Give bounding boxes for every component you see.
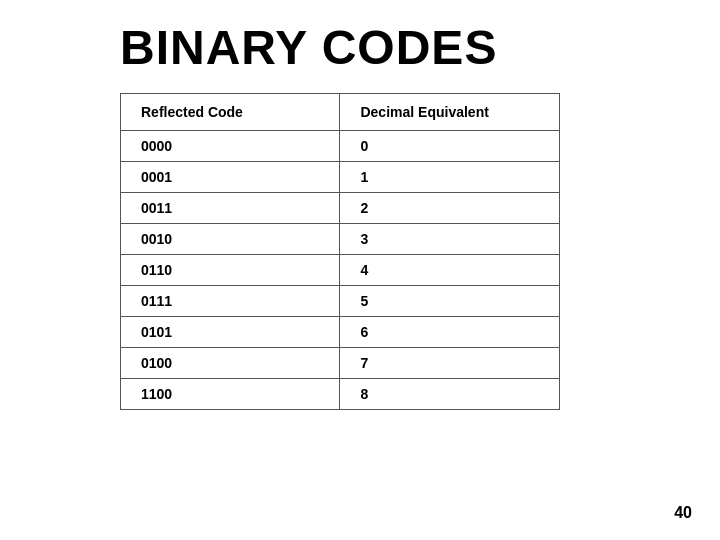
cell-code: 0000	[121, 131, 340, 162]
cell-decimal: 4	[340, 255, 560, 286]
cell-decimal: 5	[340, 286, 560, 317]
cell-code: 1100	[121, 379, 340, 410]
cell-code: 0001	[121, 162, 340, 193]
table-row: 11008	[121, 379, 560, 410]
table-row: 01016	[121, 317, 560, 348]
table-row: 00103	[121, 224, 560, 255]
cell-code: 0111	[121, 286, 340, 317]
cell-code: 0110	[121, 255, 340, 286]
cell-decimal: 6	[340, 317, 560, 348]
table-row: 00011	[121, 162, 560, 193]
table-header-row: Reflected Code Decimal Equivalent	[121, 94, 560, 131]
page-number: 40	[674, 504, 692, 522]
page-container: BINARY CODES Reflected Code Decimal Equi…	[0, 0, 720, 540]
binary-codes-table: Reflected Code Decimal Equivalent 000000…	[120, 93, 560, 410]
table-row: 00000	[121, 131, 560, 162]
table-row: 01115	[121, 286, 560, 317]
header-decimal-equivalent: Decimal Equivalent	[340, 94, 560, 131]
cell-decimal: 1	[340, 162, 560, 193]
cell-decimal: 2	[340, 193, 560, 224]
cell-code: 0101	[121, 317, 340, 348]
table-row: 01104	[121, 255, 560, 286]
cell-code: 0011	[121, 193, 340, 224]
cell-decimal: 7	[340, 348, 560, 379]
header-reflected-code: Reflected Code	[121, 94, 340, 131]
cell-code: 0010	[121, 224, 340, 255]
table-row: 01007	[121, 348, 560, 379]
cell-decimal: 3	[340, 224, 560, 255]
cell-decimal: 8	[340, 379, 560, 410]
page-title: BINARY CODES	[120, 20, 497, 75]
cell-code: 0100	[121, 348, 340, 379]
cell-decimal: 0	[340, 131, 560, 162]
table-row: 00112	[121, 193, 560, 224]
